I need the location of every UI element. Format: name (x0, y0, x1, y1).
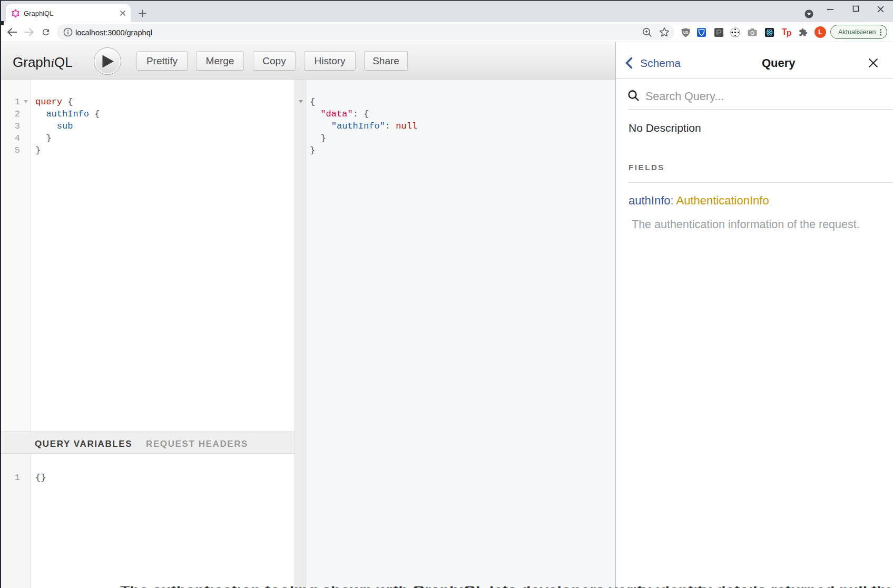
svg-text:UD: UD (683, 31, 689, 34)
